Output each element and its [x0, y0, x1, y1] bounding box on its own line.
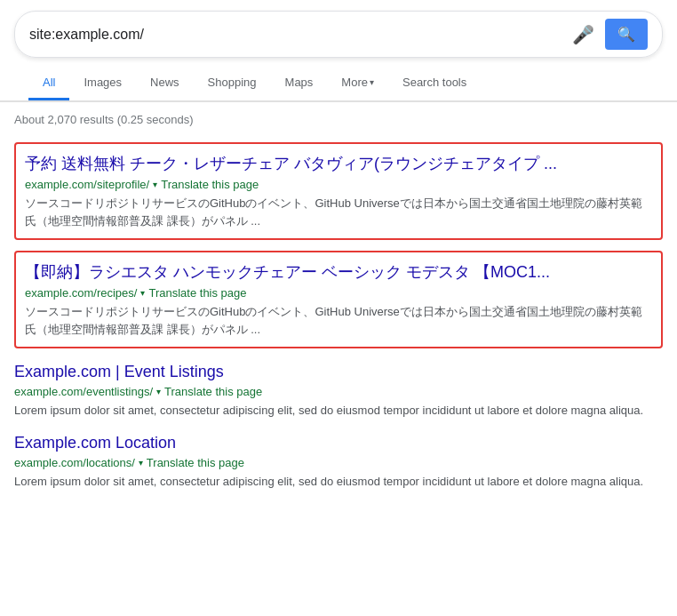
result-item-2: 【即納】ラシエスタ ハンモックチェアー ベーシック モデスタ 【MOC1... …: [14, 251, 663, 348]
result-title-1[interactable]: 予約 送料無料 チーク・レザーチェア バタヴィア(ラウンジチェアタイプ ...: [25, 153, 652, 174]
chevron-down-icon: ▾: [370, 77, 374, 87]
result-snippet-1: ソースコードリポジトリサービスのGitHubのイベント、GitHub Unive…: [25, 195, 652, 229]
results-info: About 2,070 results (0.25 seconds): [0, 102, 677, 132]
result-snippet-3: Lorem ipsum dolor sit amet, consectetur …: [14, 402, 663, 420]
search-input[interactable]: [29, 27, 572, 43]
result-item-1: 予約 送料無料 チーク・レザーチェア バタヴィア(ラウンジチェアタイプ ... …: [14, 142, 663, 240]
result-item-4: Example.com Location example.com/locatio…: [14, 434, 663, 491]
result-snippet-2: ソースコードリポジトリサービスのGitHubのイベント、GitHub Unive…: [25, 303, 652, 338]
tab-more[interactable]: More ▾: [327, 67, 388, 100]
tab-all[interactable]: All: [28, 67, 69, 100]
result-url-line-2: example.com/recipes/ ▾ Translate this pa…: [25, 286, 652, 300]
translate-link-2[interactable]: Translate this page: [148, 286, 246, 300]
result-title-3[interactable]: Example.com | Event Listings: [14, 363, 663, 381]
tab-more-label: More: [341, 76, 368, 89]
result-url-4: example.com/locations/: [14, 456, 135, 469]
result-url-1: example.com/siteprofile/: [25, 178, 149, 191]
nav-tabs: All Images News Shopping Maps More ▾ Sea…: [14, 67, 663, 100]
search-icons: 🎤 🔍: [572, 19, 648, 50]
search-button[interactable]: 🔍: [605, 19, 648, 50]
tab-maps[interactable]: Maps: [271, 67, 328, 100]
result-title-2[interactable]: 【即納】ラシエスタ ハンモックチェアー ベーシック モデスタ 【MOC1...: [25, 261, 652, 283]
tab-search-tools[interactable]: Search tools: [388, 67, 481, 100]
translate-link-1[interactable]: Translate this page: [161, 178, 259, 191]
tab-shopping[interactable]: Shopping: [194, 67, 271, 100]
search-bar: 🎤 🔍: [14, 11, 663, 58]
result-title-4[interactable]: Example.com Location: [14, 434, 663, 452]
result-url-line-4: example.com/locations/ ▾ Translate this …: [14, 456, 663, 469]
result-url-2: example.com/recipes/: [25, 286, 137, 300]
tab-news[interactable]: News: [136, 67, 194, 100]
result-url-line-1: example.com/siteprofile/ ▾ Translate thi…: [25, 178, 652, 191]
result-item-3: Example.com | Event Listings example.com…: [14, 363, 663, 420]
result-url-3: example.com/eventlistings/: [14, 385, 153, 398]
result-dropdown-arrow-1[interactable]: ▾: [153, 180, 157, 189]
mic-icon[interactable]: 🎤: [572, 24, 594, 45]
result-snippet-4: Lorem ipsum dolor sit amet, consectetur …: [14, 473, 663, 491]
result-dropdown-arrow-2[interactable]: ▾: [140, 288, 145, 298]
search-bar-wrapper: 🎤 🔍 All Images News Shopping Maps More ▾…: [0, 0, 677, 101]
result-dropdown-arrow-3[interactable]: ▾: [156, 387, 161, 396]
tab-images[interactable]: Images: [69, 67, 136, 100]
results-container: 予約 送料無料 チーク・レザーチェア バタヴィア(ラウンジチェアタイプ ... …: [0, 142, 677, 490]
translate-link-4[interactable]: Translate this page: [147, 456, 244, 469]
translate-link-3[interactable]: Translate this page: [164, 385, 262, 398]
result-dropdown-arrow-4[interactable]: ▾: [139, 458, 143, 468]
result-url-line-3: example.com/eventlistings/ ▾ Translate t…: [14, 385, 663, 398]
